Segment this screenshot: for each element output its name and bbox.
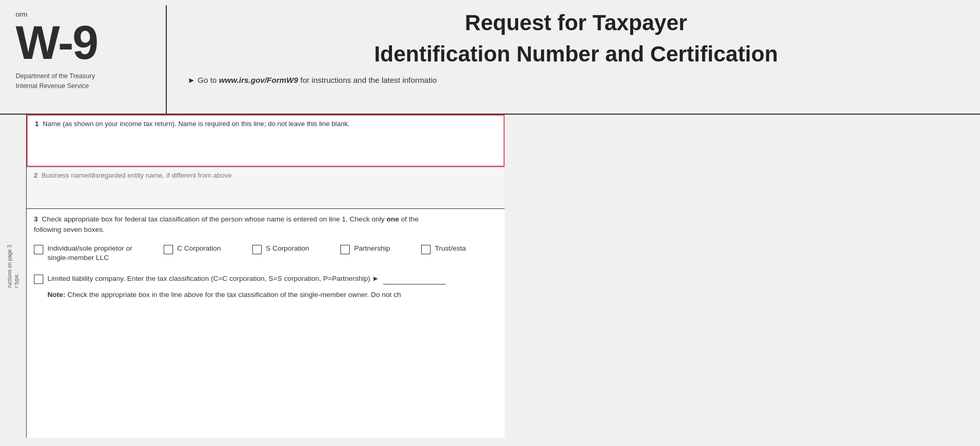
field-1-text[interactable]: Name (as shown on your income tax return…	[43, 120, 350, 128]
checkbox-individual: Individual/sole proprietor or single-mem…	[34, 244, 132, 264]
checkbox-individual-box[interactable]	[34, 245, 43, 254]
url-prefix: ► Go to	[188, 76, 219, 84]
checkbox-s-corp: S Corporation	[252, 244, 309, 254]
checkboxes-row: Individual/sole proprietor or single-mem…	[34, 244, 497, 264]
url-text: www.irs.gov/FormW9	[219, 76, 298, 84]
checkbox-trust-box[interactable]	[421, 245, 431, 254]
checkbox-llc-box[interactable]	[34, 275, 43, 284]
side-label-text: ructions on page 3 r type.	[6, 245, 20, 288]
checkbox-c-corp-label: C Corporation	[177, 244, 221, 254]
checkbox-trust: Trust/esta	[421, 244, 466, 254]
llc-label: Limited liability company. Enter the tax…	[47, 274, 446, 284]
dept-info: Department of the Treasury Internal Reve…	[16, 71, 95, 91]
field-1-label: 1 Name (as shown on your income tax retu…	[35, 120, 496, 128]
checkbox-partnership-box[interactable]	[340, 245, 350, 254]
checkbox-partnership: Partnership	[340, 244, 390, 254]
checkbox-individual-label: Individual/sole proprietor or single-mem…	[47, 244, 132, 264]
field-3-number: 3	[34, 215, 38, 223]
checkbox-s-corp-box[interactable]	[252, 245, 262, 254]
llc-input-line[interactable]	[383, 284, 446, 284]
dept-line1: Department of the Treasury	[16, 71, 95, 81]
header-left: orm W-9 Department of the Treasury Inter…	[0, 5, 167, 114]
checkbox-c-corp: C Corporation	[164, 244, 221, 254]
dept-line2: Internal Revenue Service	[16, 81, 95, 91]
field-3-header-text: Check appropriate box for federal tax cl…	[34, 215, 419, 233]
field-2-number: 2	[34, 171, 38, 179]
form-body: 1 Name (as shown on your income tax retu…	[26, 115, 505, 438]
checkbox-trust-label: Trust/esta	[435, 244, 466, 254]
field-2-text[interactable]: Business name/disregarded entity name, i…	[42, 171, 232, 179]
checkbox-s-corp-label: S Corporation	[266, 244, 309, 254]
note-label: Note:	[47, 291, 66, 299]
irs-url: ► Go to www.irs.gov/FormW9 for instructi…	[188, 76, 964, 84]
note-row: Note: Check the appropriate box in the l…	[34, 290, 497, 300]
field-2-label: 2 Business name/disregarded entity name,…	[34, 171, 497, 179]
field-3-header: 3 Check appropriate box for federal tax …	[34, 214, 497, 236]
form-number: W-9	[16, 19, 97, 66]
url-suffix: for instructions and the latest informat…	[298, 76, 437, 84]
field-1-number: 1	[35, 120, 39, 128]
form-header: orm W-9 Department of the Treasury Inter…	[0, 0, 980, 115]
field-1: 1 Name (as shown on your income tax retu…	[27, 115, 505, 167]
header-right: Request for Taxpayer Identification Numb…	[167, 5, 980, 114]
form-title-line1: Request for Taxpayer	[188, 10, 964, 35]
checkbox-partnership-label: Partnership	[354, 244, 390, 254]
llc-row: Limited liability company. Enter the tax…	[34, 274, 497, 284]
field-3: 3 Check appropriate box for federal tax …	[27, 208, 505, 311]
form-title-line2: Identification Number and Certification	[188, 42, 964, 67]
side-labels: ructions on page 3 r type.	[0, 234, 26, 438]
field-2: 2 Business name/disregarded entity name,…	[27, 167, 505, 208]
checkbox-c-corp-box[interactable]	[164, 245, 173, 254]
note-text: Check the appropriate box in the line ab…	[67, 291, 401, 299]
